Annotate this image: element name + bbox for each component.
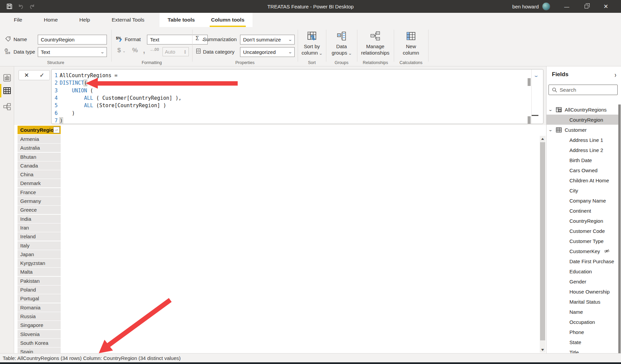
table-row[interactable]: Pakistan: [18, 277, 61, 285]
formula-bar-expand-icon[interactable]: ⌄: [533, 73, 543, 78]
table-row[interactable]: Romania: [18, 303, 61, 312]
table-row[interactable]: Malta: [18, 268, 61, 276]
editor-resize-handle[interactable]: [532, 115, 538, 116]
field-table-allcountryregions[interactable]: ⌄ AllCountryRegions: [546, 104, 619, 115]
new-column-button[interactable]: New column: [395, 30, 426, 61]
minimize-button[interactable]: —: [559, 0, 574, 13]
table-row[interactable]: Iran: [18, 223, 61, 232]
column-header[interactable]: CountryRegion ↓↑: [18, 126, 61, 134]
table-row[interactable]: Italy: [18, 241, 61, 250]
chevron-down-icon[interactable]: ⌄: [548, 128, 555, 132]
field-item[interactable]: Marital Status: [546, 297, 619, 307]
avatar[interactable]: [542, 2, 550, 10]
summarization-dropdown[interactable]: Don't summarize⌄: [240, 35, 295, 44]
editor-scrollbar-thumb[interactable]: [528, 78, 531, 86]
field-item[interactable]: Continent: [546, 206, 619, 216]
data-category-dropdown[interactable]: Uncategorized⌄: [240, 47, 295, 57]
dax-formula-editor[interactable]: 1AllCountryRegions = 2DISTINCT( 3 UNION …: [51, 69, 543, 124]
field-item[interactable]: House Ownership: [546, 286, 619, 297]
data-grid-scrollbar[interactable]: ▲ ▼: [540, 136, 545, 353]
chevron-down-icon[interactable]: ⌄: [548, 108, 555, 112]
dax-code[interactable]: 1AllCountryRegions = 2DISTINCT( 3 UNION …: [52, 72, 543, 124]
search-input[interactable]: [560, 87, 617, 93]
field-item[interactable]: Name: [546, 307, 619, 317]
field-item[interactable]: Customer Type: [546, 236, 619, 246]
column-name-input[interactable]: [38, 35, 107, 44]
user-name[interactable]: ben howard: [512, 4, 539, 9]
field-item[interactable]: Address Line 1: [546, 135, 619, 145]
field-item[interactable]: Phone: [546, 327, 619, 337]
table-row[interactable]: Greece: [18, 206, 61, 214]
field-item[interactable]: Date First Purchase: [546, 256, 619, 266]
commit-formula-icon[interactable]: ✓: [34, 70, 50, 80]
tab-help[interactable]: Help: [73, 13, 96, 27]
field-item-countryregion-selected[interactable]: CountryRegion: [546, 115, 619, 125]
close-button[interactable]: ✕: [598, 0, 614, 13]
decimal-count-spinner[interactable]: Auto ▲▼: [162, 47, 189, 56]
field-item[interactable]: City: [546, 185, 619, 195]
model-view-icon[interactable]: [3, 103, 11, 111]
scrollbar-thumb[interactable]: [540, 142, 545, 340]
table-row[interactable]: Slovenia: [18, 330, 61, 338]
tab-table-tools[interactable]: Table tools: [159, 13, 203, 27]
scrollbar-up-icon[interactable]: ▲: [539, 136, 547, 142]
restore-button[interactable]: [579, 0, 594, 13]
field-item[interactable]: Cars Owned: [546, 165, 619, 175]
column-sort-icon[interactable]: ↓↑: [53, 127, 60, 133]
table-row[interactable]: Singapore: [18, 321, 61, 329]
thousands-separator-icon[interactable]: ,: [143, 46, 145, 55]
report-view-icon[interactable]: [3, 74, 11, 82]
table-row[interactable]: Armenia: [18, 135, 61, 143]
field-item[interactable]: State: [546, 337, 619, 347]
sort-by-column-button[interactable]: Sort by column ⌄: [296, 30, 327, 61]
table-row[interactable]: China: [18, 170, 61, 179]
field-item[interactable]: Address Line 2: [546, 145, 619, 155]
group-separator: [357, 30, 357, 62]
decimal-places-icon[interactable]: →.00: [149, 47, 159, 52]
table-row[interactable]: Japan: [18, 250, 61, 259]
table-row[interactable]: Russia: [18, 312, 61, 321]
data-groups-button[interactable]: Data groups ⌄: [326, 30, 357, 61]
field-item[interactable]: Gender: [546, 276, 619, 286]
table-row[interactable]: Kyrgyzstan: [18, 259, 61, 267]
scrollbar-down-icon[interactable]: ▼: [539, 347, 547, 353]
currency-icon[interactable]: $ ⌄: [117, 47, 125, 54]
field-table-customer[interactable]: ⌄ Customer: [546, 125, 619, 135]
field-item[interactable]: Company Name: [546, 195, 619, 206]
percent-icon[interactable]: %: [132, 47, 138, 54]
table-row[interactable]: Canada: [18, 161, 61, 170]
field-item[interactable]: Birth Date: [546, 155, 619, 165]
table-row[interactable]: Poland: [18, 285, 61, 294]
field-item[interactable]: Title: [546, 347, 619, 353]
field-item[interactable]: Children At Home: [546, 175, 619, 185]
table-row[interactable]: South Korea: [18, 339, 61, 347]
field-item-customerkey[interactable]: CustomerKey: [546, 246, 619, 256]
manage-relationships-button[interactable]: Manage relationships: [360, 30, 391, 61]
collapse-panel-icon[interactable]: ›: [615, 70, 616, 79]
data-view-icon[interactable]: [3, 87, 11, 95]
field-item[interactable]: Occupation: [546, 317, 619, 327]
active-view-indicator: [0, 84, 1, 97]
editor-scrollbar-thumb-bottom[interactable]: [528, 116, 531, 124]
fields-scrollbar[interactable]: [618, 104, 621, 353]
code-line: 1AllCountryRegions =: [52, 72, 543, 79]
data-type-dropdown[interactable]: Text⌄: [38, 47, 107, 57]
cancel-formula-icon[interactable]: ✕: [19, 70, 34, 80]
field-item[interactable]: CountryRegion: [546, 216, 619, 226]
table-row[interactable]: Bhutan: [18, 153, 61, 161]
table-row[interactable]: Portugal: [18, 294, 61, 303]
tab-home[interactable]: Home: [37, 13, 64, 27]
table-row[interactable]: Germany: [18, 197, 61, 205]
fields-search[interactable]: [549, 85, 618, 95]
table-row[interactable]: France: [18, 188, 61, 196]
table-row[interactable]: Denmark: [18, 179, 61, 187]
code-line: 2DISTINCT(: [52, 79, 543, 87]
tab-external-tools[interactable]: External Tools: [105, 13, 151, 27]
table-row[interactable]: Ireland: [18, 232, 61, 241]
tab-column-tools[interactable]: Column tools: [203, 13, 253, 27]
table-row[interactable]: India: [18, 215, 61, 223]
tab-file[interactable]: File: [7, 13, 29, 27]
field-item[interactable]: Customer Code: [546, 226, 619, 236]
field-item[interactable]: Education: [546, 266, 619, 276]
table-row[interactable]: Australia: [18, 144, 61, 152]
